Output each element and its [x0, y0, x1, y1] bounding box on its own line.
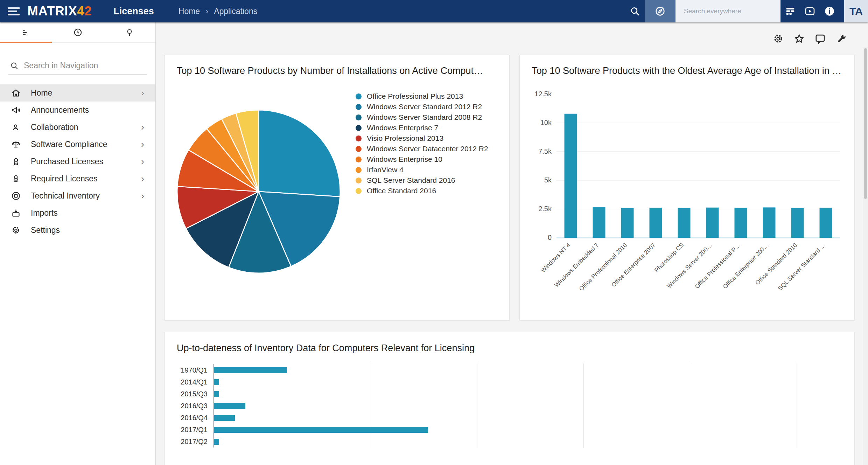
sidebar-item-collaboration[interactable]: Collaboration ›: [0, 119, 155, 136]
legend-dot-icon: [356, 125, 362, 131]
gridline: [371, 375, 371, 389]
gridline: [477, 363, 477, 377]
global-search-input[interactable]: [676, 0, 780, 22]
hbar-row: 2017/Q1: [172, 424, 840, 436]
sidebar-item-label: Purchased Licenses: [31, 157, 141, 166]
info-icon[interactable]: [820, 0, 839, 22]
bar[interactable]: [791, 208, 804, 238]
bar[interactable]: [763, 207, 776, 238]
sidebar-item-label: Software Compliance: [31, 140, 141, 149]
legend-label: Office Professional Plus 2013: [367, 92, 463, 100]
x-axis-label: Office Professional P…: [694, 242, 742, 290]
sidebar-item-purchased-licenses[interactable]: Purchased Licenses ›: [0, 153, 155, 170]
home-icon: [10, 88, 21, 98]
legend-item[interactable]: Visio Professional 2013: [356, 134, 488, 143]
gridline: [477, 375, 477, 389]
hbar-row: 2017/Q2: [172, 436, 840, 447]
top-navbar: MATRIX42 Licenses Home › Applications TA: [0, 0, 868, 22]
tab-pinned[interactable]: [104, 22, 155, 42]
sidebar-item-home[interactable]: Home ›: [0, 84, 155, 102]
chevron-right-icon[interactable]: ›: [141, 88, 146, 98]
gear-icon[interactable]: [772, 33, 784, 44]
bar[interactable]: [735, 208, 747, 238]
sidebar-item-software-compliance[interactable]: Software Compliance ›: [0, 136, 155, 153]
sidebar-search-input[interactable]: [24, 61, 139, 70]
bar[interactable]: [706, 208, 719, 238]
chevron-right-icon[interactable]: ›: [141, 139, 146, 150]
bar[interactable]: [650, 208, 662, 238]
gridline: [371, 387, 371, 401]
hbar-category-label: 1970/Q1: [172, 366, 213, 374]
bar[interactable]: [214, 367, 287, 373]
vertical-scrollbar[interactable]: [863, 47, 868, 465]
bar-chart: 12.5k10k7.5k5k2.5k0Windows NT 4Windows E…: [523, 80, 849, 311]
hbar-row: 1970/Q1: [172, 364, 840, 376]
bar[interactable]: [214, 427, 428, 433]
breadcrumb-home[interactable]: Home: [178, 7, 200, 16]
gridline: [477, 399, 477, 412]
assistant-tile[interactable]: [645, 0, 676, 22]
legend-item[interactable]: Office Standard 2016: [356, 187, 488, 195]
legend-item[interactable]: IrfanView 4: [356, 166, 488, 174]
sidebar-item-technical-inventory[interactable]: Technical Inventory ›: [0, 187, 155, 204]
bar[interactable]: [214, 379, 219, 385]
video-tutorials-icon[interactable]: [800, 0, 820, 22]
workspace-title[interactable]: Licenses: [113, 6, 154, 17]
bar[interactable]: [621, 208, 634, 238]
chevron-right-icon[interactable]: ›: [141, 156, 146, 167]
gridline: [583, 375, 584, 389]
bar[interactable]: [593, 207, 606, 238]
bar[interactable]: [214, 403, 245, 409]
legend-item[interactable]: SQL Server Standard 2016: [356, 176, 488, 185]
sidebar-item-required-licenses[interactable]: Required Licenses ›: [0, 170, 155, 187]
legend-item[interactable]: Windows Server Standard 2012 R2: [356, 103, 488, 111]
x-axis-label: Office Professional 2010: [578, 242, 628, 292]
gridline: [371, 435, 371, 448]
chevron-right-icon[interactable]: ›: [141, 190, 146, 201]
gridline: [797, 435, 797, 448]
legend-dot-icon: [356, 93, 362, 99]
people-icon: [10, 122, 21, 133]
legend-label: Windows Enterprise 7: [367, 124, 438, 132]
hbar-track: [213, 424, 840, 436]
tab-recent[interactable]: [52, 22, 104, 42]
gridline: [690, 435, 690, 448]
gridline: [690, 387, 690, 401]
legend-item[interactable]: Windows Server Datacenter 2012 R2: [356, 145, 488, 153]
y-axis-tick: 5k: [544, 176, 552, 184]
inventory-icon: [10, 191, 21, 201]
breadcrumb-current[interactable]: Applications: [214, 7, 257, 16]
app-menu-icon[interactable]: [8, 5, 20, 17]
legend-item[interactable]: Office Professional Plus 2013: [356, 92, 488, 100]
sidebar-item-announcements[interactable]: Announcements: [0, 102, 155, 119]
legend-item[interactable]: Windows Enterprise 10: [356, 155, 488, 164]
star-icon[interactable]: [793, 33, 805, 44]
gridline: [583, 399, 584, 412]
matrix42-logo[interactable]: MATRIX42: [27, 4, 92, 19]
wrench-icon[interactable]: [835, 33, 847, 44]
bar[interactable]: [214, 391, 219, 397]
hbar-category-label: 2015/Q3: [172, 390, 213, 398]
bar[interactable]: [214, 439, 219, 445]
x-axis-label: SQL Server Standard …: [777, 242, 827, 292]
sidebar-item-settings[interactable]: Settings: [0, 222, 155, 239]
sidebar-item-label: Settings: [31, 225, 146, 235]
scrollbar-thumb[interactable]: [864, 48, 867, 199]
search-icon[interactable]: [625, 0, 645, 22]
chevron-right-icon[interactable]: ›: [141, 173, 146, 184]
sidebar-item-imports[interactable]: Imports: [0, 204, 155, 222]
tab-navigation[interactable]: [0, 22, 52, 42]
pie-slice[interactable]: [259, 110, 340, 196]
chevron-right-icon[interactable]: ›: [141, 122, 146, 133]
bar[interactable]: [820, 208, 832, 238]
bar[interactable]: [565, 114, 577, 238]
bar[interactable]: [678, 208, 691, 238]
legend-label: Windows Enterprise 10: [367, 155, 442, 164]
bar[interactable]: [214, 415, 235, 421]
apps-grid-icon[interactable]: [780, 0, 800, 22]
user-avatar[interactable]: TA: [844, 0, 868, 22]
comment-icon[interactable]: [814, 33, 826, 44]
legend-item[interactable]: Windows Server Standard 2008 R2: [356, 113, 488, 122]
gridline: [371, 363, 371, 377]
legend-item[interactable]: Windows Enterprise 7: [356, 124, 488, 132]
